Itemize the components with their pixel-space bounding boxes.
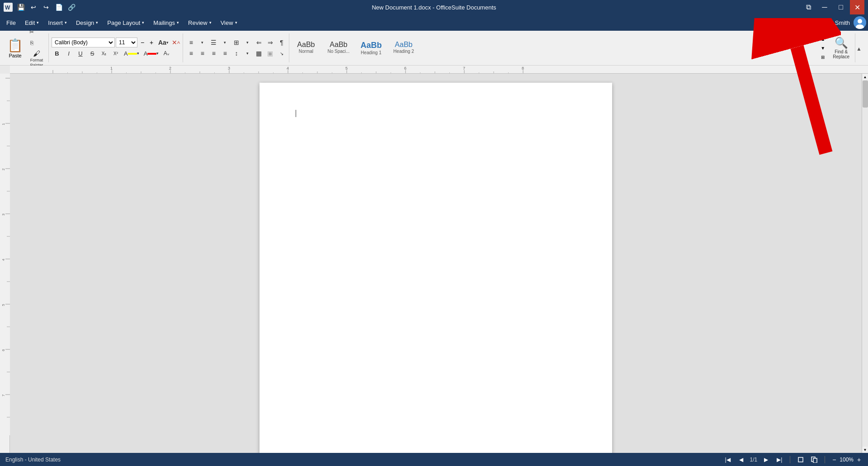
font-row-1: Calibri (Body) 11 − + Aa▾ ✕A [52,38,181,47]
document[interactable] [259,83,612,453]
character-spacing-button[interactable]: Aᵥ [161,48,171,58]
scroll-track[interactable] [862,80,868,447]
italic-button[interactable]: I [63,48,74,58]
font-name-select[interactable]: Calibri (Body) [52,38,115,47]
nav-next-button[interactable]: ▶ [761,455,771,465]
menu-view[interactable]: View ▾ [216,18,242,28]
numbering-button[interactable]: ☰ [208,38,219,47]
subscript-button[interactable]: X₂ [99,48,109,58]
decrease-indent-button[interactable]: ⇐ [254,38,264,47]
font-color-button[interactable]: A ▾ [142,49,161,58]
paragraph-more-button[interactable]: ↘ [276,48,287,58]
clear-format-button[interactable]: ✕A [171,38,181,47]
borders-button[interactable]: ▦ [254,48,264,58]
nav-prev-button[interactable]: ◀ [736,455,746,465]
menu-edit[interactable]: Edit ▾ [20,18,43,28]
styles-expand[interactable]: ⊞ [819,52,826,61]
strikethrough-button[interactable]: S [87,48,98,58]
font-color-indicator [147,53,156,55]
text-cursor [296,110,296,117]
decrease-font-size-button[interactable]: − [138,38,146,47]
change-case-button[interactable]: Aa▾ [156,38,170,47]
scroll-up-button[interactable]: ▲ [862,74,868,80]
save-icon[interactable]: 💾 [16,3,25,12]
close-btn[interactable]: ✕ [850,0,864,14]
font-controls: Calibri (Body) 11 − + Aa▾ ✕A B I U S X₂ [52,38,181,58]
normal-view-button[interactable] [796,455,806,465]
undo-icon[interactable]: ↩ [29,3,38,12]
page-view-button[interactable] [809,455,819,465]
ruler [10,66,868,74]
numbering-dropdown[interactable]: ▾ [220,38,231,47]
highlight-color-button[interactable]: A ▾ [122,49,141,58]
line-spacing-button[interactable]: ↕ [231,48,242,58]
menu-review[interactable]: Review ▾ [184,18,216,28]
share-icon[interactable]: 🔗 [67,3,76,12]
bullets-dropdown[interactable]: ▾ [197,38,208,47]
paste-button[interactable]: 📋 Paste [5,37,26,59]
find-replace-button[interactable]: 🔍 Find &Replace [829,35,853,61]
scroll-thumb[interactable] [863,80,868,108]
scroll-down-button[interactable]: ▼ [862,447,868,453]
align-center-button[interactable]: ≡ [197,48,208,58]
left-ruler-canvas [0,74,10,435]
styles-scroll-down[interactable]: ▼ [819,43,826,52]
ribbon: 📋 Paste ✂ ⎘ 🖌 Format Painter Calibri (Bo… [0,31,868,66]
maximize-btn[interactable]: □ [834,0,848,14]
increase-indent-button[interactable]: ⇒ [265,38,276,47]
right-scrollbar[interactable]: ▲ ▼ [862,74,868,453]
svg-point-3 [858,19,862,24]
style-heading1[interactable]: AaBb Heading 1 [355,39,387,57]
align-right-button[interactable]: ≡ [208,48,219,58]
menu-file[interactable]: File [2,18,20,28]
line-spacing-dropdown[interactable]: ▾ [242,48,253,58]
font-size-select[interactable]: 11 [116,38,137,47]
user-name: John Smith [821,19,850,26]
underline-button[interactable]: U [75,48,86,58]
highlight-color-indicator [128,53,137,55]
show-formatting-button[interactable]: ¶ [276,38,287,47]
separator [790,456,790,463]
content-area: ▲ ▼ [0,74,868,453]
increase-font-size-button[interactable]: + [147,38,156,47]
nav-start-button[interactable]: |◀ [723,455,733,465]
justify-button[interactable]: ≡ [220,48,231,58]
document-area[interactable] [10,74,862,453]
collapse-ribbon-button[interactable]: ▲ [856,46,862,52]
multilevel-dropdown[interactable]: ▾ [242,38,253,47]
multilevel-list-button[interactable]: ⊞ [231,38,242,47]
bold-button[interactable]: B [52,48,62,58]
find-replace-group: 🔍 Find &Replace [827,33,855,62]
align-left-button[interactable]: ≡ [186,48,197,58]
zoom-in-button[interactable]: + [855,456,863,463]
redo-icon[interactable]: ↪ [42,3,51,12]
superscript-button[interactable]: X² [110,48,121,58]
bullets-button[interactable]: ≡ [186,38,197,47]
minimize-btn[interactable]: ─ [817,0,832,14]
title-bar-left: W 💾 ↩ ↪ 📄 🔗 [4,3,76,12]
style-no-spacing[interactable]: AaBb No Spaci... [323,39,354,57]
zoom-out-button[interactable]: − [830,456,838,463]
style-normal[interactable]: AaBb Normal [290,39,322,57]
restore-down-btn[interactable]: ⧉ [801,0,816,14]
open-icon[interactable]: 📄 [54,3,63,12]
menu-mailings[interactable]: Mailings ▾ [149,18,184,28]
format-painter-icon: 🖌 [33,50,40,58]
user-avatar[interactable] [854,16,866,29]
nav-end-button[interactable]: ▶| [774,455,784,465]
copy-button[interactable]: ⎘ [27,38,37,48]
svg-rect-5 [798,457,803,462]
font-group: Calibri (Body) 11 − + Aa▾ ✕A B I U S X₂ [50,33,183,62]
font-row-2: B I U S X₂ X² A ▾ A ▾ [52,48,181,58]
shading-button[interactable]: ▣ [265,48,276,58]
zoom-level: 100% [840,457,854,463]
menu-design[interactable]: Design ▾ [71,18,103,28]
svg-rect-7 [813,458,817,463]
styles-group: AaBb Normal AaBb No Spaci... AaBb Headin… [290,33,826,62]
style-heading2[interactable]: AaBb Heading 2 [388,39,420,57]
cut-button[interactable]: ✂ [27,27,37,37]
styles-scroll-up[interactable]: ▲ [819,34,826,43]
menu-insert[interactable]: Insert ▾ [43,18,71,28]
menu-page-layout[interactable]: Page Layout ▾ [103,18,149,28]
status-bar-left: English - United States [5,457,61,463]
